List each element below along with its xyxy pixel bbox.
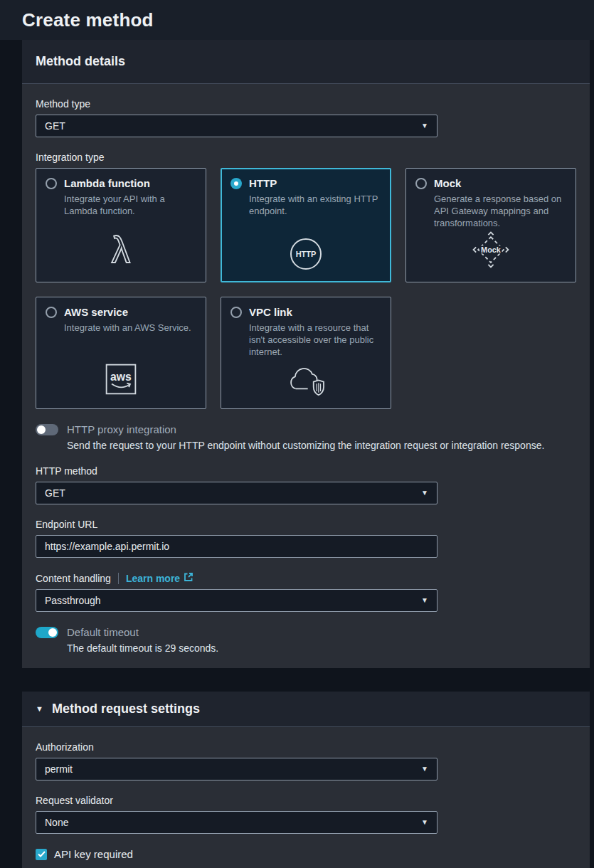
method-details-title: Method details (36, 54, 576, 69)
http-method-select[interactable]: GET ▼ (36, 482, 437, 504)
api-key-checkbox-label: API key required (54, 848, 133, 860)
radio-unselected-icon[interactable] (46, 178, 57, 189)
svg-text:HTTP: HTTP (296, 250, 317, 258)
tile-description: Integrate with a resource that isn't acc… (249, 322, 381, 358)
integration-type-label: Integration type (36, 152, 576, 163)
authorization-value: permit (45, 763, 73, 775)
method-details-header: Method details (22, 40, 590, 84)
request-validator-label: Request validator (36, 795, 576, 806)
content-handling-label: Content handling (36, 573, 111, 584)
tile-description: Generate a response based on API Gateway… (434, 193, 566, 229)
content-handling-select[interactable]: Passthrough ▼ (36, 589, 437, 612)
method-request-settings-card: ▼ Method request settings Authorization … (22, 692, 590, 868)
endpoint-url-field: Endpoint URL (36, 519, 576, 558)
authorization-field: Authorization permit ▼ (36, 741, 576, 780)
method-type-field: Method type GET ▼ (36, 98, 576, 137)
http-method-value: GET (45, 487, 65, 499)
external-link-icon (184, 572, 193, 584)
page-header: Create method (0, 0, 594, 40)
label-divider (118, 573, 119, 584)
request-validator-select[interactable]: None ▼ (36, 811, 437, 834)
authorization-select[interactable]: permit ▼ (36, 758, 437, 780)
tile-description: Integrate your API with a Lambda functio… (64, 193, 196, 217)
method-request-settings-header[interactable]: ▼ Method request settings (22, 692, 590, 727)
radio-unselected-icon[interactable] (46, 307, 57, 318)
http-proxy-description: Send the request to your HTTP endpoint w… (67, 440, 576, 451)
tile-title: Lambda function (64, 177, 150, 190)
http-proxy-field: HTTP proxy integration Send the request … (36, 423, 576, 451)
method-request-settings-title: Method request settings (52, 702, 200, 716)
integration-type-tiles: Lambda function Integrate your API with … (36, 168, 576, 409)
radio-unselected-icon[interactable] (230, 307, 242, 318)
chevron-down-icon: ▼ (421, 597, 428, 604)
tile-title: Mock (434, 177, 461, 190)
chevron-down-icon: ▼ (421, 819, 428, 826)
collapse-icon: ▼ (36, 705, 43, 713)
method-type-select[interactable]: GET ▼ (36, 115, 437, 137)
default-timeout-toggle[interactable] (36, 627, 58, 638)
learn-more-link[interactable]: Learn more (126, 572, 193, 584)
request-validator-field: Request validator None ▼ (36, 795, 576, 834)
method-type-label: Method type (36, 98, 576, 110)
tile-title: AWS service (64, 306, 128, 319)
authorization-label: Authorization (36, 741, 576, 753)
tile-description: Integrate with an existing HTTP endpoint… (249, 193, 381, 217)
content-handling-value: Passthrough (45, 595, 101, 606)
svg-text:λ: λ (112, 228, 130, 270)
api-key-required-field: API key required (36, 848, 576, 860)
default-timeout-toggle-label: Default timeout (67, 626, 139, 638)
tile-title: HTTP (249, 177, 277, 190)
default-timeout-description: The default timeout is 29 seconds. (67, 642, 576, 654)
lambda-icon: λ (100, 226, 142, 270)
tile-vpc-link[interactable]: VPC link Integrate with a resource that … (221, 297, 391, 409)
method-details-card: Method details Method type GET ▼ Integra… (22, 40, 590, 668)
radio-selected-icon[interactable] (230, 178, 242, 189)
content-handling-field: Content handling Learn more Passthrough (36, 572, 576, 612)
mock-icon: Mock (470, 229, 511, 270)
tile-mock[interactable]: Mock Generate a response based on API Ga… (405, 168, 576, 282)
vpc-link-icon (285, 361, 327, 397)
chevron-down-icon: ▼ (421, 489, 428, 497)
endpoint-url-label: Endpoint URL (36, 519, 576, 530)
http-proxy-toggle-label: HTTP proxy integration (67, 423, 176, 435)
default-timeout-field: Default timeout The default timeout is 2… (36, 626, 576, 654)
endpoint-url-input[interactable] (36, 535, 437, 558)
page-title: Create method (22, 9, 154, 31)
tile-aws-service[interactable]: AWS service Integrate with an AWS Servic… (36, 297, 206, 409)
tile-lambda-function[interactable]: Lambda function Integrate your API with … (36, 168, 206, 282)
tile-http[interactable]: HTTP Integrate with an existing HTTP end… (221, 168, 391, 282)
tile-title: VPC link (249, 306, 292, 319)
svg-text:aws: aws (110, 371, 132, 383)
integration-type-field: Integration type Lambda function Integra… (36, 152, 576, 409)
method-type-value: GET (45, 120, 65, 132)
tile-description: Integrate with an AWS Service. (64, 322, 196, 334)
chevron-down-icon: ▼ (421, 122, 428, 129)
request-validator-value: None (45, 817, 68, 828)
http-icon: HTTP (290, 238, 322, 270)
svg-text:Mock: Mock (481, 245, 502, 254)
http-proxy-toggle[interactable] (36, 424, 58, 435)
aws-icon: aws (102, 361, 139, 397)
api-key-checkbox[interactable] (36, 849, 47, 860)
http-method-field: HTTP method GET ▼ (36, 465, 576, 504)
chevron-down-icon: ▼ (421, 766, 428, 773)
radio-unselected-icon[interactable] (415, 178, 427, 189)
learn-more-label: Learn more (126, 573, 180, 584)
http-method-label: HTTP method (36, 465, 576, 477)
